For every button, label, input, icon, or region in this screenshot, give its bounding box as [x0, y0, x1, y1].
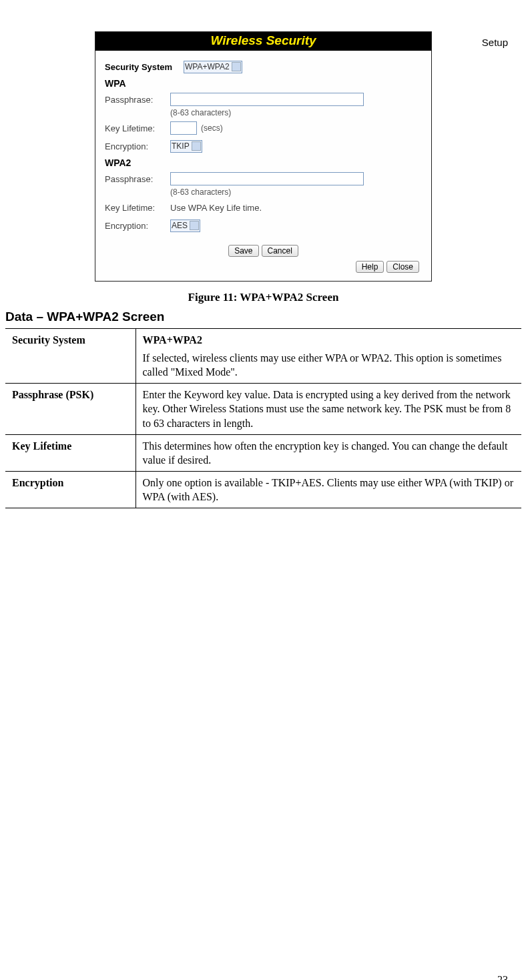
wpa2-passphrase-label: Passphrase: [105, 174, 170, 184]
security-system-label: Security System [105, 62, 184, 72]
chapter-header: Setup [482, 37, 508, 48]
wpa2-keylifetime-label: Key Lifetime: [105, 203, 170, 213]
table-row: Key Lifetime This determines how often t… [5, 434, 521, 471]
wpa-encryption-select[interactable]: TKIP [170, 140, 202, 153]
wpa-encryption-label: Encryption: [105, 141, 170, 151]
row-label: Key Lifetime [5, 434, 136, 471]
row-label: Security System [5, 329, 136, 384]
wpa2-group-label: WPA2 [105, 157, 422, 168]
table-row: Encryption Only one option is available … [5, 471, 521, 508]
wpa-passphrase-label: Passphrase: [105, 95, 170, 105]
panel-title: Wireless Security [95, 32, 431, 51]
row-label: Passphrase (PSK) [5, 384, 136, 434]
page-number: 23 [497, 974, 508, 980]
wpa-keylifetime-input[interactable] [170, 121, 197, 135]
help-button[interactable]: Help [356, 261, 384, 273]
row-body: This determines how often the encryption… [136, 434, 521, 471]
data-table: Security System WPA+WPA2 If selected, wi… [5, 328, 521, 508]
security-system-select[interactable]: WPA+WPA2 [184, 61, 242, 73]
wpa2-encryption-label: Encryption: [105, 221, 170, 231]
section-title: Data – WPA+WPA2 Screen [5, 310, 521, 324]
row-body: Enter the Keyword key value. Data is enc… [136, 384, 521, 434]
wpa2-encryption-select[interactable]: AES [170, 219, 200, 232]
wpa2-passphrase-hint: (8-63 characters) [170, 187, 422, 197]
wpa-passphrase-hint: (8-63 characters) [170, 108, 422, 117]
wpa-keylifetime-unit: (secs) [201, 123, 223, 133]
row-label: Encryption [5, 471, 136, 508]
row-title: WPA+WPA2 [143, 333, 515, 347]
close-button[interactable]: Close [386, 261, 419, 273]
figure-caption: Figure 11: WPA+WPA2 Screen [5, 291, 521, 304]
wpa-keylifetime-label: Key Lifetime: [105, 123, 170, 133]
wpa-passphrase-input[interactable] [170, 93, 364, 106]
table-row: Passphrase (PSK) Enter the Keyword key v… [5, 384, 521, 434]
table-row: Security System WPA+WPA2 If selected, wi… [5, 329, 521, 384]
row-body: If selected, wireless clients may use ei… [143, 351, 515, 379]
wireless-security-panel: Wireless Security Security System WPA+WP… [95, 31, 432, 282]
wpa2-keylifetime-value: Use WPA Key Life time. [170, 203, 262, 213]
wpa2-passphrase-input[interactable] [170, 172, 364, 185]
cancel-button[interactable]: Cancel [262, 245, 298, 257]
row-body: Only one option is available - TKIP+AES.… [136, 471, 521, 508]
save-button[interactable]: Save [228, 245, 258, 257]
wpa-group-label: WPA [105, 78, 422, 89]
